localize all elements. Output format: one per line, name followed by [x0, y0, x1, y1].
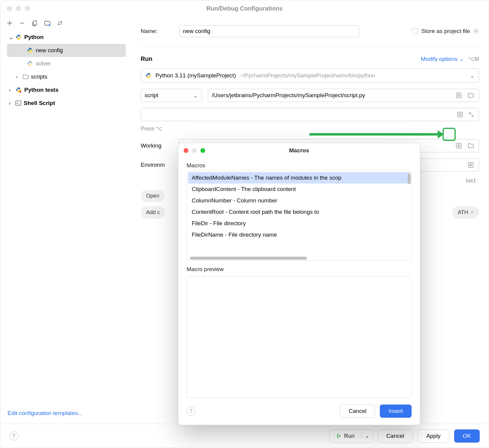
interpreter-name: Python 3.11 (mySampleProject)	[155, 72, 236, 79]
run-button[interactable]: Run	[330, 433, 361, 439]
chevron-down-icon: ⌄	[365, 433, 369, 439]
python-icon	[27, 60, 33, 67]
name-label: Name:	[141, 28, 174, 34]
close-window-icon[interactable]	[184, 148, 188, 153]
dialog-footer: ? Run ⌄ Cancel Apply OK	[0, 424, 489, 448]
macros-list-label: Macros	[187, 162, 412, 169]
tree-shell-script-node[interactable]: › Shell Script	[7, 97, 126, 110]
macros-titlebar: Macros	[178, 143, 420, 158]
vertical-scrollbar[interactable]	[408, 173, 411, 184]
chevron-down-icon: ⌄	[459, 55, 464, 62]
interpreter-path: ~/PycharmProjects/mySampleProject/venv/b…	[239, 72, 375, 79]
macro-item[interactable]: AffectedModuleNames - The names of modul…	[188, 172, 410, 184]
callout-arrow	[309, 133, 438, 136]
tree-label: new config	[36, 47, 63, 54]
apply-button[interactable]: Apply	[418, 429, 449, 443]
help-icon[interactable]: ?	[9, 432, 18, 441]
python-icon	[145, 72, 152, 79]
list-icon[interactable]	[466, 160, 475, 169]
script-path-field	[208, 89, 479, 102]
tree-item-new-config[interactable]: new config	[7, 44, 126, 57]
macro-item[interactable]: FileDir - File directory	[188, 218, 410, 229]
list-icon[interactable]	[454, 91, 463, 100]
svg-rect-2	[16, 101, 21, 106]
chevron-right-icon: ›	[9, 87, 13, 93]
svg-point-1	[20, 91, 22, 93]
script-path-input[interactable]	[212, 92, 451, 99]
sort-icon[interactable]	[57, 20, 63, 26]
tree-label: Python tests	[24, 87, 58, 93]
interpreter-select[interactable]: Python 3.11 (mySampleProject) ~/PycharmP…	[141, 68, 479, 83]
tree-label: Shell Script	[24, 100, 55, 106]
maximize-window-icon[interactable]	[25, 6, 30, 11]
script-params-input[interactable]	[144, 111, 453, 118]
edit-templates-link[interactable]: Edit configuration templates...	[8, 410, 82, 417]
macro-item[interactable]: ClipboardContent - The clipboard content	[188, 184, 410, 195]
tree-python-tests-node[interactable]: › Python tests	[7, 83, 126, 97]
minimize-window-icon[interactable]	[16, 6, 21, 11]
press-hint: Press ⌥	[141, 125, 479, 132]
window-title: Run/Debug Configurations	[206, 5, 283, 12]
folder-icon	[22, 74, 28, 79]
run-split-button: Run ⌄	[329, 429, 373, 443]
macro-item[interactable]: FileDirName - File directory name	[188, 229, 410, 240]
tree-item-solver[interactable]: solver	[7, 57, 126, 70]
script-mode-select[interactable]: script ⌄	[141, 89, 202, 102]
macro-preview-label: Macro preview	[187, 266, 412, 273]
titlebar: Run/Debug Configurations	[0, 0, 489, 17]
macro-item[interactable]: ContentRoot - Content root path the file…	[188, 206, 410, 218]
macros-list[interactable]: AffectedModuleNames - The names of modul…	[187, 171, 412, 261]
horizontal-scrollbar[interactable]	[190, 257, 307, 260]
ok-button[interactable]: OK	[454, 429, 480, 443]
sidebar-toolbar	[0, 20, 132, 31]
chip-open[interactable]: Open	[141, 190, 165, 202]
python-icon	[27, 47, 33, 54]
tree-python-node[interactable]: ⌄ Python	[7, 31, 126, 44]
expand-icon[interactable]	[467, 110, 476, 119]
shell-icon	[15, 100, 21, 106]
store-as-file-label: Store as project file	[421, 28, 470, 34]
folder-add-icon[interactable]	[44, 20, 51, 26]
add-icon[interactable]	[6, 20, 13, 26]
list-icon[interactable]	[455, 110, 464, 119]
close-icon[interactable]: ×	[470, 209, 474, 216]
folder-icon[interactable]	[466, 91, 475, 100]
chevron-down-icon: ⌄	[193, 92, 198, 99]
macros-cancel-button[interactable]: Cancel	[340, 405, 375, 418]
macros-dialog: Macros Macros AffectedModuleNames - The …	[178, 143, 420, 425]
store-as-file-option[interactable]: Store as project file	[412, 28, 479, 34]
minimize-window-icon[interactable]	[192, 148, 197, 153]
run-section-title: Run	[141, 55, 152, 62]
svg-rect-0	[33, 21, 37, 25]
env-label: Environm	[141, 162, 174, 168]
macros-title: Macros	[289, 147, 309, 154]
modify-options-link[interactable]: Modify options ⌄	[421, 55, 464, 62]
chip-path[interactable]: ATH×	[452, 206, 479, 219]
folder-icon[interactable]	[466, 141, 475, 150]
chevron-right-icon: ›	[16, 73, 20, 80]
tree-label: scripts	[31, 73, 47, 80]
macros-insert-button[interactable]: Insert	[380, 405, 412, 418]
working-dir-label: Working	[141, 142, 174, 149]
macro-item[interactable]: ColumnNumber - Column number	[188, 195, 410, 206]
remove-icon[interactable]	[19, 20, 26, 26]
name-input[interactable]	[179, 25, 359, 37]
gear-icon[interactable]	[473, 28, 479, 34]
help-icon[interactable]: ?	[187, 407, 196, 416]
copy-icon[interactable]	[32, 20, 38, 26]
cancel-button[interactable]: Cancel	[378, 429, 413, 443]
run-dropdown[interactable]: ⌄	[361, 433, 373, 439]
chevron-down-icon: ⌄	[9, 34, 13, 41]
maximize-window-icon[interactable]	[200, 148, 205, 153]
sidebar: ⌄ Python new config solver › scripts	[0, 17, 132, 424]
tree-label: solver	[36, 60, 51, 67]
tree-item-scripts[interactable]: › scripts	[7, 70, 126, 83]
script-params-field	[141, 108, 479, 121]
python-tests-icon	[15, 87, 22, 93]
play-icon	[336, 434, 341, 438]
checkbox-icon[interactable]	[412, 28, 418, 34]
chevron-right-icon: ›	[9, 100, 13, 106]
close-window-icon[interactable]	[7, 6, 12, 11]
list-icon[interactable]	[454, 141, 463, 150]
chip-add[interactable]: Add c	[141, 206, 165, 219]
